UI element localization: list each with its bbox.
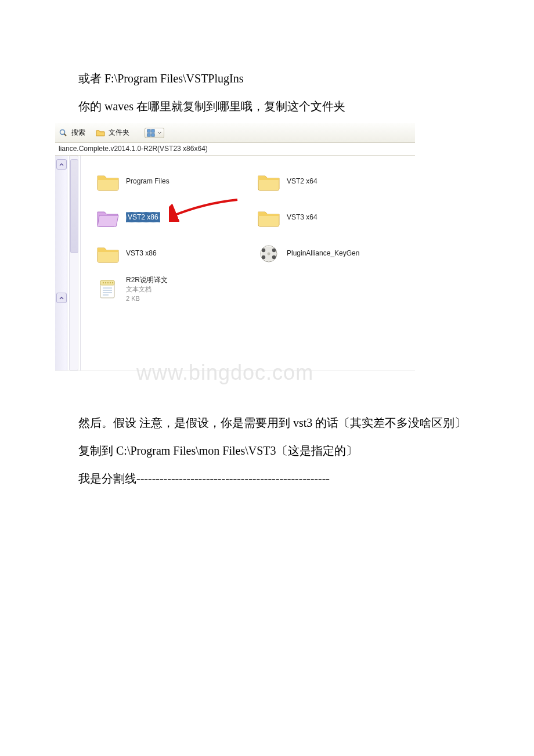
file-keygen[interactable]: PluginAlliance_KeyGen xyxy=(257,236,412,271)
file-size: 2 KB xyxy=(126,295,140,302)
folder-label: VST3 x86 xyxy=(126,249,157,257)
svg-point-12 xyxy=(268,253,270,255)
paragraph-instruction: 你的 waves 在哪里就复制到哪里哦，复制这个文件夹 xyxy=(55,95,479,117)
svg-point-15 xyxy=(103,282,104,283)
folders-label[interactable]: 文件夹 xyxy=(109,128,129,138)
tree-scrollbar[interactable] xyxy=(67,156,81,370)
views-icon xyxy=(147,129,156,137)
svg-point-17 xyxy=(107,282,109,283)
search-label[interactable]: 搜索 xyxy=(71,128,85,138)
toolbar: 搜索 文件夹 xyxy=(55,123,415,143)
folder-vst3-x64[interactable]: VST3 x64 xyxy=(257,200,412,235)
search-icon xyxy=(59,128,68,138)
file-label: R2R说明译文 xyxy=(126,276,168,284)
file-list: Program Files VST2 x64 VST2 x86 xyxy=(81,156,415,370)
folders-icon xyxy=(96,128,105,138)
svg-line-1 xyxy=(64,134,67,136)
folder-open-icon xyxy=(96,206,120,228)
svg-point-11 xyxy=(272,255,276,259)
folder-vst2-x86[interactable]: VST2 x86 xyxy=(96,200,251,235)
file-label: PluginAlliance_KeyGen xyxy=(287,249,359,257)
svg-point-18 xyxy=(110,282,111,283)
folder-vst3-x86[interactable]: VST3 x86 xyxy=(96,236,251,271)
folder-label: VST2 x86 xyxy=(126,212,160,222)
folder-icon xyxy=(257,206,281,228)
svg-rect-5 xyxy=(151,134,154,136)
text-file-icon xyxy=(96,278,120,300)
svg-point-9 xyxy=(272,249,276,252)
svg-point-8 xyxy=(262,249,265,252)
svg-rect-2 xyxy=(147,129,150,132)
folder-label: VST3 x64 xyxy=(287,213,317,221)
exe-icon xyxy=(257,242,281,264)
file-explorer: 搜索 文件夹 liance.Complete.v2014.1.0-R2R(VST… xyxy=(55,123,415,371)
folder-icon xyxy=(96,170,120,192)
svg-point-10 xyxy=(262,255,265,259)
views-button[interactable] xyxy=(145,128,164,138)
svg-rect-4 xyxy=(147,134,150,136)
svg-point-16 xyxy=(105,282,106,283)
panel-collapse-1[interactable] xyxy=(56,159,67,170)
folder-program-files[interactable]: Program Files xyxy=(96,164,251,199)
file-type: 文本文档 xyxy=(126,286,151,293)
svg-rect-3 xyxy=(151,129,154,132)
paragraph-copy-path: 复制到 C:\Program Files\mon Files\VST3〔这是指定… xyxy=(55,440,479,462)
paragraph-vst3: 然后。假设 注意，是假设，你是需要用到 vst3 的话〔其实差不多没啥区别〕 xyxy=(55,412,479,434)
chevron-down-icon xyxy=(157,129,162,137)
svg-point-19 xyxy=(112,282,113,283)
svg-point-0 xyxy=(60,129,65,134)
folder-icon xyxy=(96,242,120,264)
folder-icon xyxy=(257,170,281,192)
folder-label: Program Files xyxy=(126,177,169,185)
folder-label: VST2 x64 xyxy=(287,177,317,185)
file-r2r-text[interactable]: R2R说明译文 文本文档 2 KB xyxy=(96,272,251,307)
watermark: www.bingdoc.com xyxy=(136,361,313,385)
folder-vst2-x64[interactable]: VST2 x64 xyxy=(257,164,412,199)
address-bar[interactable]: liance.Complete.v2014.1.0-R2R(VST23 x86x… xyxy=(55,143,415,156)
side-panel xyxy=(55,156,67,370)
panel-collapse-2[interactable] xyxy=(56,293,67,303)
paragraph-divider: 我是分割线-----------------------------------… xyxy=(55,467,479,489)
paragraph-path: 或者 F:\Program Files\VSTPlugIns xyxy=(55,67,479,89)
